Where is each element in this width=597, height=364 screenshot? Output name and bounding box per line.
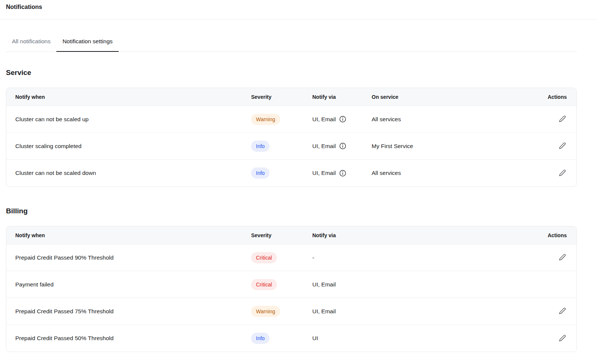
cell-actions <box>537 114 567 124</box>
pencil-icon <box>559 142 566 149</box>
notifications-table: Notify whenSeverityNotify viaActionsPrep… <box>6 226 577 352</box>
severity-badge: Warning <box>251 114 280 125</box>
notify-via-text: UI <box>312 335 318 342</box>
notify-via-value: - <box>312 254 314 261</box>
cell-severity: Critical <box>251 279 312 290</box>
cell-severity: Critical <box>251 252 312 263</box>
edit-button[interactable] <box>558 114 567 123</box>
tab-bar: All notificationsNotification settings <box>6 34 577 52</box>
cell-notify-when: Prepaid Credit Passed 75% Threshold <box>15 308 251 315</box>
notify-via-value: UI <box>312 335 318 342</box>
severity-badge: Info <box>251 333 269 344</box>
page-title: Notifications <box>6 3 591 11</box>
notify-via-value: UI, Email <box>312 142 346 150</box>
column-header-actions: Actions <box>537 232 567 238</box>
notifications-table: Notify whenSeverityNotify viaOn serviceA… <box>6 88 577 187</box>
table-row: Cluster scaling completedInfoUI, EmailMy… <box>6 133 576 160</box>
cell-notify-via: UI, Email <box>312 281 537 288</box>
tab-notification-settings[interactable]: Notification settings <box>56 34 118 52</box>
cell-actions <box>537 141 567 151</box>
cell-severity: Warning <box>251 114 312 125</box>
cell-notify-when: Cluster can not be scaled down <box>15 170 251 176</box>
tab-all-notifications[interactable]: All notifications <box>6 34 56 52</box>
notify-via-text: UI, Email <box>312 281 336 288</box>
notification-settings-content: Service Notify whenSeverityNotify viaOn … <box>0 68 597 352</box>
section-billing: Billing Notify whenSeverityNotify viaAct… <box>0 207 597 352</box>
cell-on-service: All services <box>372 116 537 123</box>
pencil-icon <box>559 115 566 122</box>
pencil-icon <box>559 307 566 314</box>
table-row: Prepaid Credit Passed 75% ThresholdWarni… <box>6 298 576 325</box>
notify-via-value: UI, Email <box>312 170 346 177</box>
cell-notify-when: Cluster scaling completed <box>15 143 251 150</box>
cell-notify-when: Cluster can not be scaled up <box>15 116 251 123</box>
column-header-severity: Severity <box>251 94 312 100</box>
section-service: Service Notify whenSeverityNotify viaOn … <box>0 68 597 187</box>
table-row: Prepaid Credit Passed 50% ThresholdInfoU… <box>6 325 576 352</box>
column-header-notify-via: Notify via <box>312 94 372 100</box>
pencil-icon <box>559 169 566 176</box>
notify-via-value: UI, Email <box>312 281 336 288</box>
column-header-notify-when: Notify when <box>15 232 251 238</box>
edit-button[interactable] <box>558 307 567 315</box>
severity-badge: Critical <box>251 252 277 263</box>
edit-button[interactable] <box>558 253 567 261</box>
cell-actions <box>537 169 567 178</box>
table-header-row: Notify whenSeverityNotify viaActions <box>6 226 576 244</box>
cell-notify-via: UI, Email <box>312 170 372 177</box>
column-header-notify-via: Notify via <box>312 232 537 238</box>
cell-on-service: My First Service <box>372 143 537 150</box>
edit-button[interactable] <box>558 169 567 177</box>
severity-badge: Warning <box>251 306 280 317</box>
column-header-notify-when: Notify when <box>15 94 251 100</box>
notify-via-text: UI, Email <box>312 170 336 176</box>
severity-badge: Critical <box>251 279 277 290</box>
cell-severity: Info <box>251 167 312 179</box>
cell-notify-via: UI <box>312 335 537 342</box>
table-row: Cluster can not be scaled downInfoUI, Em… <box>6 160 576 186</box>
cell-actions <box>537 307 567 316</box>
info-icon[interactable] <box>339 142 346 150</box>
cell-severity: Info <box>251 141 312 152</box>
column-header-on-service: On service <box>372 94 537 100</box>
info-icon[interactable] <box>339 116 346 123</box>
cell-actions <box>537 334 567 343</box>
pencil-icon <box>559 254 566 261</box>
cell-on-service: All services <box>372 170 537 176</box>
severity-badge: Info <box>251 141 269 152</box>
cell-severity: Info <box>251 333 312 344</box>
table-header-row: Notify whenSeverityNotify viaOn serviceA… <box>6 88 576 106</box>
notify-via-text: UI, Email <box>312 308 336 315</box>
notify-via-value: UI, Email <box>312 308 336 315</box>
column-header-actions: Actions <box>537 94 567 100</box>
cell-notify-via: UI, Email <box>312 142 372 150</box>
edit-button[interactable] <box>558 334 567 342</box>
page-header: Notifications <box>0 0 597 20</box>
section-heading: Billing <box>6 207 577 216</box>
notify-via-text: - <box>312 254 314 261</box>
table-row: Payment failedCriticalUI, Email <box>6 271 576 298</box>
notify-via-value: UI, Email <box>312 116 346 123</box>
edit-button[interactable] <box>558 141 567 150</box>
cell-notify-via: UI, Email <box>312 116 372 123</box>
cell-actions <box>537 253 567 262</box>
notify-via-text: UI, Email <box>312 116 336 123</box>
cell-severity: Warning <box>251 306 312 317</box>
cell-notify-via: - <box>312 254 537 261</box>
table-row: Prepaid Credit Passed 90% ThresholdCriti… <box>6 244 576 271</box>
severity-badge: Info <box>251 167 269 179</box>
cell-notify-when: Prepaid Credit Passed 50% Threshold <box>15 335 251 342</box>
notify-via-text: UI, Email <box>312 143 336 150</box>
cell-notify-when: Payment failed <box>15 281 251 288</box>
column-header-severity: Severity <box>251 232 312 238</box>
info-icon[interactable] <box>339 170 346 177</box>
table-row: Cluster can not be scaled upWarningUI, E… <box>6 106 576 133</box>
section-heading: Service <box>6 68 577 77</box>
pencil-icon <box>559 335 566 342</box>
cell-notify-when: Prepaid Credit Passed 90% Threshold <box>15 254 251 261</box>
cell-notify-via: UI, Email <box>312 308 537 315</box>
